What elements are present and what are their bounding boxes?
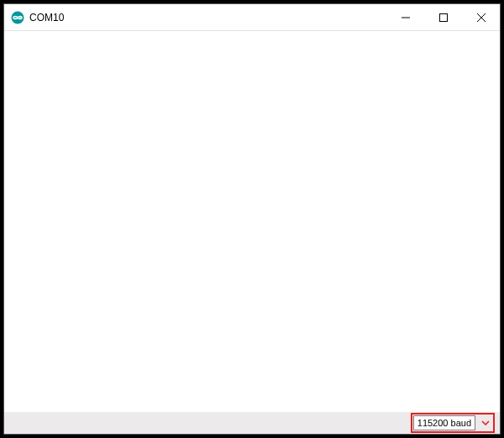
close-button[interactable] bbox=[462, 4, 500, 30]
baud-rate-selected: 115200 baud bbox=[417, 419, 471, 428]
titlebar-left: COM10 bbox=[4, 11, 386, 24]
minimize-button[interactable] bbox=[386, 4, 424, 30]
serial-output-area[interactable] bbox=[4, 31, 500, 412]
window-controls bbox=[386, 4, 500, 30]
baud-highlight: 115200 baud bbox=[411, 413, 495, 433]
window-title: COM10 bbox=[29, 12, 64, 23]
svg-rect-7 bbox=[439, 13, 447, 21]
baud-rate-select[interactable]: 115200 baud bbox=[413, 415, 475, 430]
chevron-down-icon[interactable] bbox=[479, 415, 492, 430]
titlebar[interactable]: COM10 bbox=[4, 4, 500, 31]
serial-monitor-window: COM10 115200 baud bbox=[3, 3, 501, 435]
arduino-icon bbox=[11, 11, 24, 24]
statusbar: 115200 baud bbox=[4, 412, 500, 434]
maximize-button[interactable] bbox=[424, 4, 462, 30]
